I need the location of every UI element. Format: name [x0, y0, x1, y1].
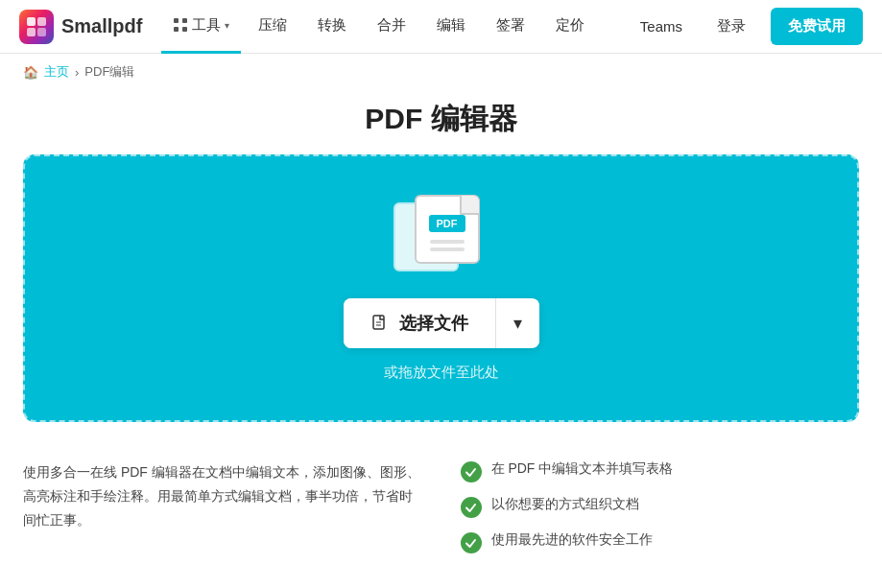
breadcrumb-separator: › [75, 65, 79, 80]
svg-rect-1 [37, 17, 46, 26]
svg-rect-6 [174, 27, 179, 32]
svg-rect-3 [37, 28, 46, 36]
pdf-badge: PDF [429, 215, 465, 232]
upload-area[interactable]: PDF 选择文件 ▾ 或拖放文件至此处 [23, 154, 859, 422]
svg-rect-4 [174, 18, 179, 23]
drop-hint: 或拖放文件至此处 [384, 364, 499, 382]
check-icon [461, 497, 482, 518]
select-file-wrapper: 选择文件 ▾ [344, 298, 539, 348]
nav-sign[interactable]: 签署 [483, 0, 538, 54]
free-trial-button[interactable]: 免费试用 [771, 8, 863, 45]
nav-pricing[interactable]: 定价 [542, 0, 598, 54]
feature-item: 使用最先进的软件安全工作 [461, 531, 860, 553]
svg-rect-0 [27, 17, 36, 26]
breadcrumb-home[interactable]: 主页 [44, 63, 69, 81]
logo[interactable]: Smallpdf [19, 10, 142, 44]
doc-lines [430, 240, 465, 251]
nav-convert[interactable]: 转换 [304, 0, 360, 54]
select-file-dropdown-button[interactable]: ▾ [496, 299, 539, 347]
svg-rect-2 [27, 28, 36, 36]
feature-text: 使用最先进的软件安全工作 [491, 531, 653, 549]
login-button[interactable]: 登录 [703, 10, 759, 43]
feature-item: 在 PDF 中编辑文本并填写表格 [461, 460, 860, 482]
svg-rect-7 [182, 27, 187, 32]
brand-name: Smallpdf [61, 15, 142, 37]
pdf-illustration: PDF [393, 195, 489, 271]
breadcrumb: 🏠 主页 › PDF编辑 [0, 54, 882, 90]
nav-edit[interactable]: 编辑 [423, 0, 479, 54]
nav-compress[interactable]: 压缩 [245, 0, 300, 54]
breadcrumb-current: PDF编辑 [84, 63, 134, 81]
check-icon [461, 532, 482, 553]
description-text: 使用多合一在线 PDF 编辑器在文档中编辑文本，添加图像、图形、高亮标注和手绘注… [23, 460, 422, 553]
grid-icon [173, 17, 188, 33]
nav-merge[interactable]: 合并 [364, 0, 419, 54]
tools-label: 工具 [192, 16, 221, 35]
feature-text: 以你想要的方式组织文档 [491, 496, 639, 513]
home-icon: 🏠 [23, 65, 38, 80]
file-icon [370, 314, 390, 333]
svg-rect-5 [182, 18, 187, 23]
doc-front: PDF [415, 195, 480, 264]
feature-text: 在 PDF 中编辑文本并填写表格 [491, 460, 674, 478]
select-file-label: 选择文件 [399, 312, 468, 335]
check-icon [461, 461, 482, 482]
features-list: 在 PDF 中编辑文本并填写表格 以你想要的方式组织文档 使用最先进的软件安全工… [461, 460, 860, 553]
feature-item: 以你想要的方式组织文档 [461, 496, 860, 518]
navbar-right: Teams 登录 免费试用 [631, 8, 863, 45]
tools-menu-button[interactable]: 工具 ▾ [161, 0, 241, 54]
main-nav: 压缩 转换 合并 编辑 签署 定价 [245, 0, 598, 54]
teams-link[interactable]: Teams [631, 11, 692, 42]
select-file-button[interactable]: 选择文件 [344, 298, 495, 348]
chevron-down-icon: ▾ [225, 20, 229, 31]
description-section: 使用多合一在线 PDF 编辑器在文档中编辑文本，添加图像、图形、高亮标注和手绘注… [0, 445, 882, 576]
page-title: PDF 编辑器 [0, 100, 882, 139]
navbar: Smallpdf 工具 ▾ 压缩 转换 合并 编辑 签署 定价 Teams 登录… [0, 0, 882, 54]
logo-icon [19, 10, 54, 44]
